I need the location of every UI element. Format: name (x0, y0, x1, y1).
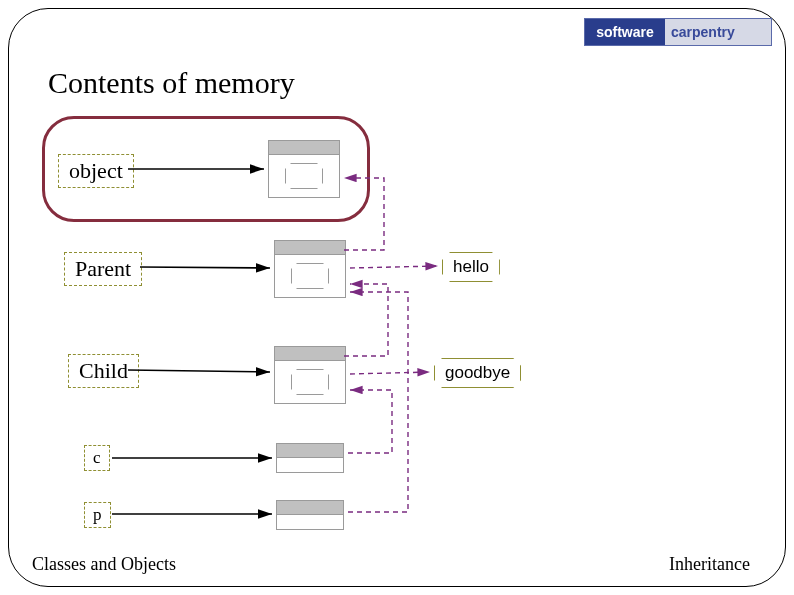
logo-left-text: software (585, 19, 665, 45)
instance-block-p (276, 500, 344, 530)
class-block-child (274, 346, 346, 404)
class-block-parent (274, 240, 346, 298)
logo-badge: software carpentry (584, 18, 772, 46)
label-child: Child (68, 354, 139, 388)
footer-left: Classes and Objects (32, 554, 176, 575)
slide-title: Contents of memory (48, 66, 295, 100)
method-hello: hello (442, 252, 500, 282)
label-object: object (58, 154, 134, 188)
class-block-object (268, 140, 340, 198)
logo-right-text: carpentry (665, 19, 771, 45)
instance-block-c (276, 443, 344, 473)
label-p: p (84, 502, 111, 528)
method-goodbye: goodbye (434, 358, 521, 388)
label-c: c (84, 445, 110, 471)
label-parent: Parent (64, 252, 142, 286)
footer-right: Inheritance (669, 554, 750, 575)
